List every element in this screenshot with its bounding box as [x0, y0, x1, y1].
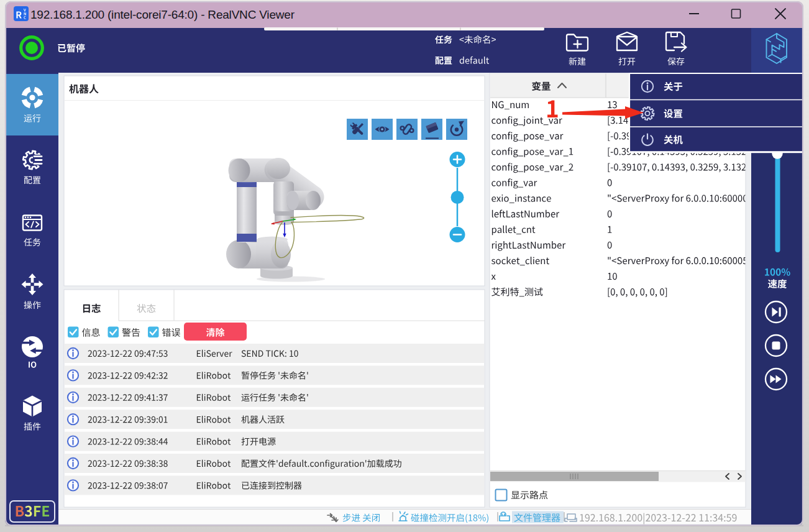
svg-text:192.168.1.200 (intel-corei7-64: 192.168.1.200 (intel-corei7-64:0) - Real… — [30, 8, 295, 21]
